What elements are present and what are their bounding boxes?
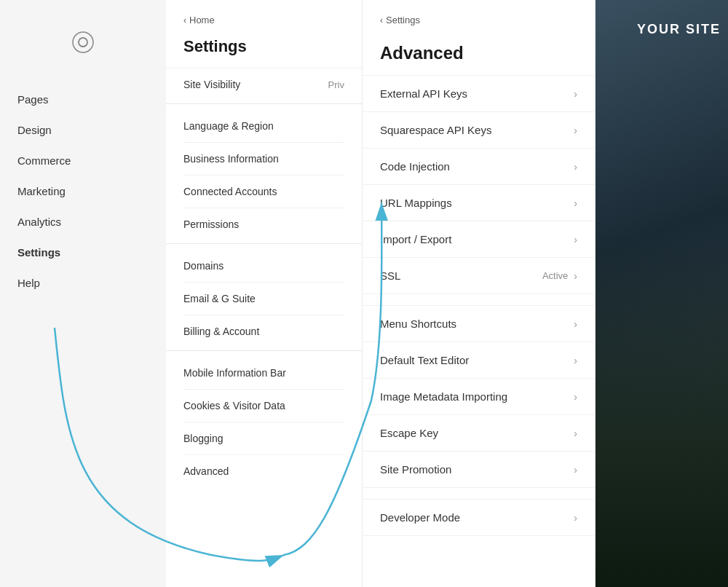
cookies-visitor-data-row[interactable]: Cookies & Visitor Data — [183, 390, 344, 422]
logo-area — [0, 15, 166, 84]
business-information-label: Business Information — [183, 153, 279, 165]
site-promotion-label: Site Promotion — [380, 463, 451, 476]
squarespace-api-keys-label: Squarespace API Keys — [380, 124, 491, 136]
import-export-label: Import / Export — [380, 233, 451, 245]
advanced-panel-title-wrap: Advanced — [363, 37, 595, 76]
chevron-right-icon: › — [574, 88, 577, 100]
ssl-label: SSL — [380, 269, 400, 282]
billing-account-label: Billing & Account — [183, 326, 259, 337]
preview-trees-overlay — [596, 235, 728, 587]
menu-shortcuts-label: Menu Shortcuts — [380, 318, 456, 330]
default-text-editor-row[interactable]: Default Text Editor › — [363, 342, 595, 379]
back-to-settings-link[interactable]: ‹ Settings — [363, 0, 595, 25]
permissions-label: Permissions — [183, 218, 239, 230]
blogging-row[interactable]: Blogging — [183, 422, 344, 455]
chevron-right-icon-9: › — [574, 391, 577, 403]
settings-group-3: Mobile Information Bar Cookies & Visitor… — [166, 350, 362, 487]
email-gsuite-label: Email & G Suite — [183, 293, 256, 304]
connected-accounts-row[interactable]: Connected Accounts — [183, 176, 344, 208]
back-chevron-icon-2: ‹ — [380, 15, 383, 25]
squarespace-logo-icon — [70, 29, 96, 55]
import-export-row[interactable]: Import / Export › — [363, 221, 595, 258]
sidebar-item-help[interactable]: Help — [17, 268, 149, 299]
chevron-right-icon-4: › — [574, 197, 577, 209]
preview-site-text: YOUR SITE — [637, 22, 721, 37]
code-injection-label: Code Injection — [380, 160, 450, 173]
back-label: Home — [189, 15, 215, 25]
site-visibility-label: Site Visibility — [183, 79, 240, 90]
domains-label: Domains — [183, 260, 223, 272]
settings-group-1: Language & Region Business Information C… — [166, 103, 362, 240]
sidebar-item-analytics[interactable]: Analytics — [17, 207, 149, 237]
ssl-row[interactable]: SSL Active › — [363, 258, 595, 294]
settings-panel-header: ‹ Home Settings — [166, 0, 362, 68]
menu-shortcuts-row[interactable]: Menu Shortcuts › — [363, 306, 595, 342]
sidebar-item-marketing[interactable]: Marketing — [17, 176, 149, 207]
site-visibility-section: Site Visibility Priv — [166, 68, 362, 101]
external-api-keys-label: External API Keys — [380, 87, 467, 100]
sidebar-item-commerce[interactable]: Commerce — [17, 146, 149, 176]
language-region-label: Language & Region — [183, 120, 274, 132]
settings-group-2: Domains Email & G Suite Billing & Accoun… — [166, 243, 362, 347]
external-api-keys-row[interactable]: External API Keys › — [363, 76, 595, 112]
url-mappings-label: URL Mappings — [380, 197, 452, 209]
settings-panel: ‹ Home Settings Site Visibility Priv Lan… — [166, 0, 363, 587]
sidebar-item-settings[interactable]: Settings — [17, 237, 149, 268]
image-metadata-row[interactable]: Image Metadata Importing › — [363, 379, 595, 415]
site-visibility-value: Priv — [328, 79, 344, 90]
mobile-information-bar-row[interactable]: Mobile Information Bar — [183, 357, 344, 390]
language-region-row[interactable]: Language & Region — [183, 110, 344, 143]
blogging-label: Blogging — [183, 433, 223, 444]
site-promotion-row[interactable]: Site Promotion › — [363, 452, 595, 488]
cookies-visitor-data-label: Cookies & Visitor Data — [183, 400, 285, 411]
squarespace-api-keys-row[interactable]: Squarespace API Keys › — [363, 112, 595, 149]
settings-title: Settings — [183, 37, 344, 56]
back-chevron-icon: ‹ — [183, 15, 186, 25]
settings-group-1-section: Language & Region Business Information C… — [166, 110, 362, 240]
sidebar-item-pages[interactable]: Pages — [17, 84, 149, 115]
chevron-right-icon-2: › — [574, 125, 577, 136]
code-injection-row[interactable]: Code Injection › — [363, 149, 595, 185]
developer-mode-row[interactable]: Developer Mode › — [363, 500, 595, 536]
connected-accounts-label: Connected Accounts — [183, 186, 277, 197]
developer-mode-label: Developer Mode — [380, 511, 460, 524]
site-visibility-row[interactable]: Site Visibility Priv — [183, 68, 344, 101]
chevron-right-icon-12: › — [574, 512, 577, 524]
advanced-title: Advanced — [380, 43, 577, 63]
mobile-information-bar-label: Mobile Information Bar — [183, 367, 286, 379]
sidebar: Pages Design Commerce Marketing Analytic… — [0, 0, 166, 587]
advanced-panel: ‹ Settings Advanced External API Keys › … — [363, 0, 596, 587]
ssl-active-status: Active — [542, 270, 568, 281]
escape-key-label: Escape Key — [380, 427, 438, 439]
advanced-label: Advanced — [183, 465, 229, 477]
chevron-right-icon-6: › — [574, 270, 577, 282]
default-text-editor-label: Default Text Editor — [380, 354, 469, 366]
sidebar-nav: Pages Design Commerce Marketing Analytic… — [0, 84, 166, 299]
preview-background: YOUR SITE — [596, 0, 728, 587]
url-mappings-row[interactable]: URL Mappings › — [363, 185, 595, 221]
settings-group-3-section: Mobile Information Bar Cookies & Visitor… — [166, 357, 362, 487]
preview-panel: YOUR SITE — [596, 0, 728, 587]
advanced-divider — [363, 294, 595, 306]
escape-key-row[interactable]: Escape Key › — [363, 415, 595, 452]
image-metadata-label: Image Metadata Importing — [380, 390, 507, 403]
chevron-right-icon-3: › — [574, 161, 577, 173]
back-to-home-link[interactable]: ‹ Home — [183, 15, 344, 25]
billing-account-row[interactable]: Billing & Account — [183, 315, 344, 347]
chevron-right-icon-7: › — [574, 318, 577, 330]
settings-group-2-section: Domains Email & G Suite Billing & Accoun… — [166, 250, 362, 347]
chevron-right-icon-8: › — [574, 355, 577, 366]
advanced-row[interactable]: Advanced — [183, 455, 344, 487]
back-to-settings-label: Settings — [386, 15, 420, 25]
email-gsuite-row[interactable]: Email & G Suite — [183, 283, 344, 315]
ssl-right: Active › — [542, 270, 577, 282]
domains-row[interactable]: Domains — [183, 250, 344, 283]
sidebar-item-design[interactable]: Design — [17, 115, 149, 146]
chevron-right-icon-11: › — [574, 464, 577, 476]
advanced-divider-2 — [363, 488, 595, 500]
chevron-right-icon-5: › — [574, 234, 577, 245]
permissions-row[interactable]: Permissions — [183, 208, 344, 240]
chevron-right-icon-10: › — [574, 428, 577, 439]
business-information-row[interactable]: Business Information — [183, 143, 344, 176]
